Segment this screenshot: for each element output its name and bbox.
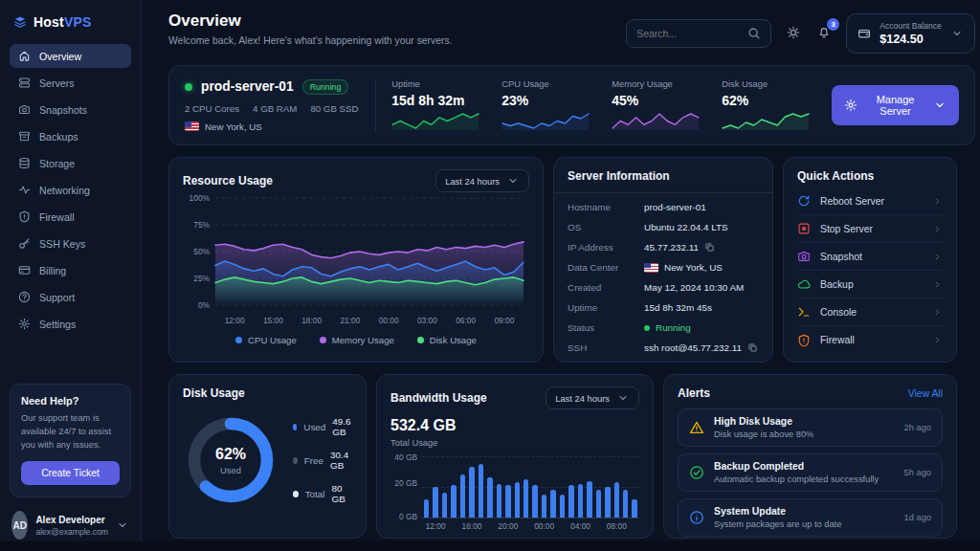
chevron-right-icon — [932, 307, 943, 318]
quick-actions-list: Reboot ServerStop ServerSnapshotBackupCo… — [797, 187, 943, 354]
sidebar-item-networking[interactable]: Networking — [10, 178, 131, 202]
sidebar-item-label: SSH Keys — [39, 238, 85, 250]
alert-system-update[interactable]: System UpdateSystem packages are up to d… — [678, 498, 943, 537]
info-value: New York, US — [644, 262, 723, 273]
alert-body: Backup CompletedAutomatic backup complet… — [714, 461, 895, 484]
quick-action-console[interactable]: Console — [797, 298, 943, 326]
home-icon — [18, 50, 31, 62]
bandwidth-bar — [568, 485, 573, 518]
bandwidth-bar — [433, 487, 437, 518]
disk-percent: 62% — [215, 446, 246, 463]
stat-label: CPU Usage — [501, 78, 612, 89]
notifications-button[interactable]: 3 — [815, 24, 833, 44]
bandwidth-bar — [479, 464, 483, 518]
sidebar-item-snapshots[interactable]: Snapshots — [10, 98, 131, 121]
bandwidth-panel: Bandwidth Usage Last 24 hours 532.4 GB T… — [376, 374, 654, 539]
bandwidth-bar — [560, 495, 565, 518]
bandwidth-bar — [424, 499, 429, 518]
sidebar-item-billing[interactable]: Billing — [10, 258, 131, 282]
svg-text:25%: 25% — [193, 274, 210, 283]
bandwidth-bar — [487, 477, 492, 518]
sidebar-item-overview[interactable]: Overview — [10, 44, 131, 68]
bandwidth-total: 532.4 GB — [390, 417, 639, 434]
server-icon — [18, 77, 31, 89]
manage-server-button[interactable]: Manage Server — [832, 85, 959, 125]
disk-legend-total: Total80 GB — [293, 483, 353, 504]
bandwidth-bar — [505, 485, 510, 518]
svg-text:12:00: 12:00 — [225, 316, 245, 325]
info-label: Uptime — [568, 302, 644, 313]
server-summary-card: prod-server-01 Running 2 CPU Cores4 GB R… — [168, 65, 975, 145]
notification-badge: 3 — [827, 18, 839, 31]
sidebar-item-label: Networking — [39, 185, 90, 196]
info-value: ssh root@45.77.232.11 — [644, 342, 758, 353]
sidebar-item-label: Storage — [39, 158, 75, 169]
sidebar-item-label: Servers — [39, 77, 75, 89]
legend-item-cpu-usage: CPU Usage — [235, 335, 297, 345]
sidebar-item-label: Firewall — [39, 211, 75, 223]
copy-icon[interactable] — [704, 242, 715, 253]
bandwidth-bar — [623, 490, 628, 518]
sidebar-item-storage[interactable]: Storage — [10, 151, 131, 175]
sidebar-item-firewall[interactable]: Firewall — [10, 205, 131, 229]
svg-text:50%: 50% — [193, 247, 210, 256]
sidebar-item-label: Overview — [39, 51, 81, 62]
view-all-link[interactable]: View All — [908, 388, 943, 399]
bandwidth-bar — [469, 467, 474, 518]
bandwidth-bar — [532, 485, 537, 518]
search-input[interactable] — [636, 29, 740, 39]
user-meta: Alex Developer alex@example.com — [35, 515, 108, 537]
sidebar-item-label: Billing — [39, 265, 66, 276]
sidebar-item-backups[interactable]: Backups — [10, 124, 131, 148]
sidebar-item-settings[interactable]: Settings — [10, 312, 131, 336]
stat-value: 62% — [722, 93, 832, 108]
activity-icon — [18, 184, 31, 196]
alert-high-disk-usage[interactable]: High Disk UsageDisk usage is above 80%2h… — [678, 408, 943, 447]
bandwidth-bars — [422, 456, 639, 518]
stat-memory-usage: Memory Usage45% — [612, 78, 722, 132]
copy-icon[interactable] — [747, 342, 758, 353]
chevron-down-icon — [950, 27, 964, 40]
user-menu[interactable]: AD Alex Developer alex@example.com — [10, 509, 131, 540]
sidebar-item-ssh-keys[interactable]: SSH Keys — [10, 231, 131, 255]
info-row-ssh: SSHssh root@45.77.232.11 — [568, 342, 759, 353]
quick-action-reboot-server[interactable]: Reboot Server — [797, 187, 943, 215]
chevron-right-icon — [932, 196, 943, 207]
bandwidth-range-select[interactable]: Last 24 hours — [546, 386, 639, 409]
quick-action-label: Firewall — [820, 335, 855, 345]
logo: HostVPS — [10, 12, 131, 44]
alert-backup-completed[interactable]: Backup CompletedAutomatic backup complet… — [678, 453, 943, 492]
stat-sparkline — [501, 111, 612, 132]
quick-action-label: Stop Server — [820, 224, 873, 234]
quick-action-firewall[interactable]: Firewall — [797, 326, 943, 354]
info-value: May 12, 2024 10:30 AM — [644, 282, 744, 293]
sidebar-item-support[interactable]: Support — [10, 285, 131, 309]
create-ticket-button[interactable]: Create Ticket — [21, 461, 120, 485]
theme-toggle-button[interactable] — [785, 24, 802, 44]
bandwidth-bar — [442, 493, 447, 518]
alert-time: 1d ago — [904, 513, 931, 522]
card-icon — [18, 264, 31, 276]
server-spec: 4 GB RAM — [253, 103, 297, 114]
quick-action-stop-server[interactable]: Stop Server — [797, 215, 943, 243]
chevron-right-icon — [932, 279, 943, 290]
svg-text:15:00: 15:00 — [263, 316, 283, 325]
bandwidth-bar — [632, 499, 636, 518]
main-content: Overview Welcome back, Alex! Here's what… — [142, 0, 980, 551]
stat-sparkline — [612, 111, 722, 132]
gear-icon — [844, 99, 858, 112]
quick-action-snapshot[interactable]: Snapshot — [797, 243, 943, 271]
chevron-down-icon — [506, 174, 520, 187]
info-row-uptime: Uptime15d 8h 32m 45s — [568, 302, 759, 313]
resource-range-select[interactable]: Last 24 hours — [435, 169, 529, 192]
page-subtitle: Welcome back, Alex! Here's what's happen… — [168, 35, 453, 46]
account-balance-card[interactable]: Account Balance $124.50 — [846, 13, 975, 54]
archive-icon — [18, 130, 31, 143]
info-row-status: StatusRunning — [568, 322, 759, 333]
quick-action-backup[interactable]: Backup — [797, 271, 943, 298]
avatar: AD — [11, 511, 28, 540]
server-info-title: Server Information — [568, 169, 759, 183]
info-row-data-center: Data CenterNew York, US — [568, 262, 759, 273]
alerts-panel: Alerts View All High Disk UsageDisk usag… — [663, 374, 957, 539]
sidebar-item-servers[interactable]: Servers — [10, 71, 131, 95]
